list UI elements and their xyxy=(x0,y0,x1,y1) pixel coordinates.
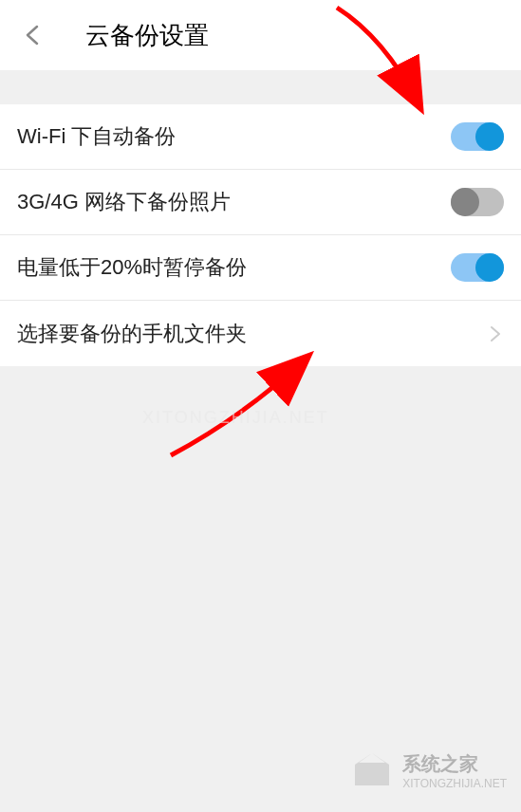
watermark-url: XITONGZHIJIA.NET xyxy=(402,777,507,790)
chevron-right-icon xyxy=(487,325,504,342)
watermark-text: 系统之家 XITONGZHIJIA.NET xyxy=(402,751,507,790)
setting-3g4g-backup[interactable]: 3G/4G 网络下备份照片 xyxy=(0,170,521,235)
back-arrow-icon xyxy=(20,23,45,47)
toggle-3g4g-backup[interactable] xyxy=(451,188,504,216)
toggle-low-battery[interactable] xyxy=(451,253,504,282)
toggle-knob xyxy=(451,188,479,216)
setting-label: Wi-Fi 下自动备份 xyxy=(17,122,176,151)
watermark-background: XITONGZHIJIA.NET xyxy=(142,408,329,428)
setting-label: 电量低于20%时暂停备份 xyxy=(17,253,247,282)
setting-label: 3G/4G 网络下备份照片 xyxy=(17,188,231,216)
setting-label: 选择要备份的手机文件夹 xyxy=(17,320,247,348)
settings-list: Wi-Fi 下自动备份 3G/4G 网络下备份照片 电量低于20%时暂停备份 选… xyxy=(0,104,521,366)
watermark-title: 系统之家 xyxy=(402,751,507,777)
section-spacer xyxy=(0,70,521,104)
header-bar: 云备份设置 xyxy=(0,0,521,70)
watermark: 系统之家 XITONGZHIJIA.NET xyxy=(349,747,507,793)
setting-select-folder[interactable]: 选择要备份的手机文件夹 xyxy=(0,301,521,366)
back-button[interactable] xyxy=(17,20,47,50)
toggle-knob xyxy=(475,253,504,282)
toggle-knob xyxy=(475,122,504,151)
toggle-wifi-backup[interactable] xyxy=(451,122,504,151)
watermark-logo-icon xyxy=(349,747,395,793)
setting-low-battery[interactable]: 电量低于20%时暂停备份 xyxy=(0,235,521,301)
setting-wifi-backup[interactable]: Wi-Fi 下自动备份 xyxy=(0,104,521,170)
page-title: 云备份设置 xyxy=(85,19,209,52)
